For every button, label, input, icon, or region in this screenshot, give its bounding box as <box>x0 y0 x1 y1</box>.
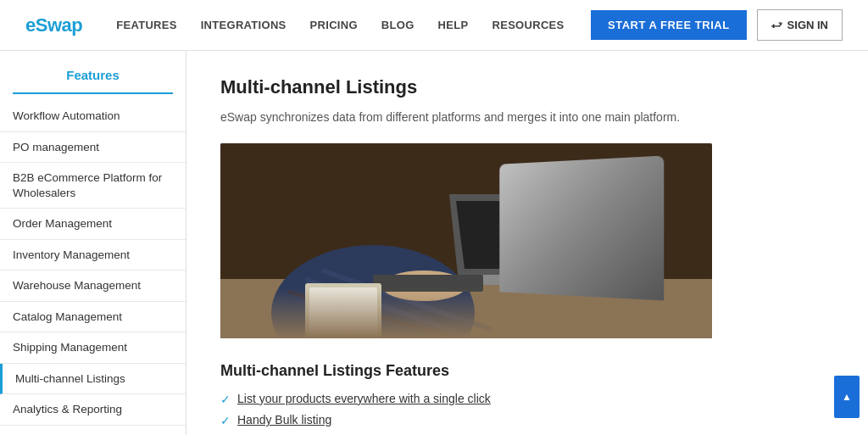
feature-link-2[interactable]: Handy Bulk listing <box>237 413 331 427</box>
check-icon-1: ✓ <box>220 393 231 406</box>
svg-marker-4 <box>456 201 604 269</box>
content-description: eSwap synchronizes data from different p… <box>220 109 746 126</box>
check-icon-2: ✓ <box>220 414 231 427</box>
sidebar-item-workflow[interactable]: Workflow Automation <box>0 101 186 132</box>
sidebar-item-multichannel[interactable]: Multi-channel Listings <box>0 364 186 395</box>
signin-button[interactable]: ⮐ SIGN IN <box>757 9 843 41</box>
sidebar-item-inventory[interactable]: Inventory Management <box>0 240 186 271</box>
main-container: Features Workflow Automation PO manageme… <box>0 51 868 435</box>
nav-integrations[interactable]: INTEGRATIONS <box>201 19 287 31</box>
svg-rect-17 <box>309 287 377 334</box>
page-title: Multi-channel Listings <box>220 76 746 98</box>
svg-point-9 <box>516 239 543 259</box>
sidebar-item-order[interactable]: Order Management <box>0 209 186 240</box>
feature-item-1: ✓ List your products everywhere with a s… <box>220 392 746 406</box>
sidebar-title: Features <box>13 68 173 94</box>
sidebar: Features Workflow Automation PO manageme… <box>0 51 186 435</box>
sidebar-item-po[interactable]: PO management <box>0 132 186 164</box>
sidebar-item-shipping[interactable]: Shipping Management <box>0 332 186 364</box>
svg-point-5 <box>536 213 566 243</box>
svg-point-7 <box>573 233 597 257</box>
svg-rect-1 <box>220 279 712 338</box>
feature-image: in <box>220 143 712 338</box>
main-nav: FEATURES INTEGRATIONS PRICING BLOG HELP … <box>116 19 591 31</box>
feature-link-1[interactable]: List your products everywhere with a sin… <box>237 392 491 405</box>
signin-icon: ⮐ <box>771 19 782 31</box>
svg-rect-16 <box>305 283 381 338</box>
feature-item-2: ✓ Handy Bulk listing <box>220 413 746 427</box>
sidebar-item-b2b[interactable]: B2B eCommerce Platform for Wholesalers <box>0 163 186 209</box>
svg-text:in: in <box>548 221 559 235</box>
feature-image-svg: in <box>220 143 712 338</box>
features-list: ✓ List your products everywhere with a s… <box>220 392 746 427</box>
sidebar-item-warehouse[interactable]: Warehouse Management <box>0 270 186 302</box>
nav-resources[interactable]: RESOURCES <box>492 19 564 31</box>
logo[interactable]: eSwap <box>25 14 82 36</box>
sidebar-item-catalog[interactable]: Catalog Management <box>0 302 186 333</box>
svg-point-8 <box>564 209 581 226</box>
nav-pricing[interactable]: PRICING <box>310 19 358 31</box>
svg-line-12 <box>288 292 458 338</box>
nav-features[interactable]: FEATURES <box>116 19 177 31</box>
nav-help[interactable]: HELP <box>438 19 469 31</box>
main-content: Multi-channel Listings eSwap synchronize… <box>186 51 780 435</box>
nav-blog[interactable]: BLOG <box>381 19 415 31</box>
svg-rect-15 <box>373 275 483 292</box>
features-subtitle: Multi-channel Listings Features <box>220 362 746 380</box>
header: eSwap FEATURES INTEGRATIONS PRICING BLOG… <box>0 0 868 51</box>
sidebar-item-analytics[interactable]: Analytics & Reporting <box>0 394 186 426</box>
trial-button[interactable]: START A FREE TRIAL <box>591 10 747 40</box>
svg-line-11 <box>305 279 475 338</box>
scroll-to-top[interactable] <box>834 376 860 418</box>
signin-label: SIGN IN <box>787 19 828 31</box>
header-actions: START A FREE TRIAL ⮐ SIGN IN <box>591 9 843 41</box>
